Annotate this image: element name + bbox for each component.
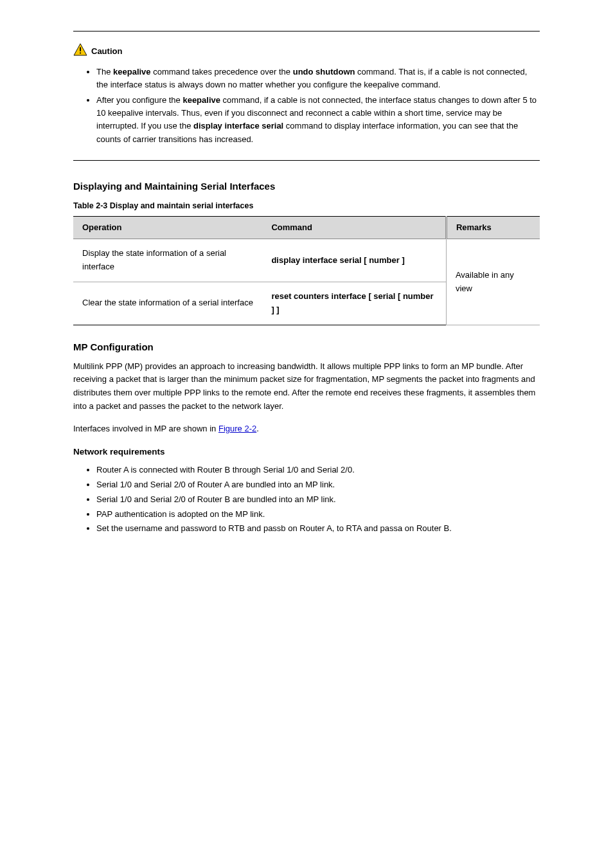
section-title-mp: MP Configuration	[73, 339, 540, 355]
cell-operation: Clear the state information of a serial …	[73, 282, 262, 325]
network-requirements-list: Router A is connected with Router B thro…	[73, 464, 540, 536]
list-item: PAP authentication is adopted on the MP …	[96, 508, 540, 521]
svg-rect-1	[80, 47, 81, 51]
table-header-row: Operation Command Remarks	[73, 216, 540, 239]
list-item: Serial 1/0 and Serial 2/0 of Router A ar…	[96, 478, 540, 492]
cell-remarks: Available in any view	[446, 239, 540, 325]
svg-rect-2	[80, 53, 81, 54]
caution-block: Caution The keepalive command takes prec…	[73, 43, 540, 146]
mp-intro-paragraph: Multilink PPP (MP) provides an approach …	[73, 360, 540, 413]
cell-operation: Display the state information of a seria…	[73, 239, 262, 282]
caution-list: The keepalive command takes precedence o…	[73, 66, 540, 146]
list-item: Serial 1/0 and Serial 2/0 of Router B ar…	[96, 493, 540, 507]
col-header-remarks: Remarks	[446, 216, 540, 239]
warning-triangle-icon	[73, 43, 87, 60]
list-item: Set the username and password to RTB and…	[96, 522, 540, 536]
caution-item: The keepalive command takes precedence o…	[96, 66, 540, 91]
col-header-command: Command	[262, 216, 446, 239]
table-row: Display the state information of a seria…	[73, 239, 540, 282]
caution-header: Caution	[73, 43, 540, 60]
cell-command: reset counters interface [ serial [ numb…	[262, 282, 446, 325]
col-header-operation: Operation	[73, 216, 262, 239]
caution-item: After you configure the keepalive comman…	[96, 94, 540, 146]
list-item: Router A is connected with Router B thro…	[96, 464, 540, 477]
subsection-network-reqs: Network requirements	[73, 445, 540, 459]
figure-link[interactable]: Figure 2-2	[218, 424, 256, 433]
table-caption: Table 2-3 Display and maintain serial in…	[73, 199, 540, 212]
cell-command: display interface serial [ number ]	[262, 239, 446, 282]
mp-figure-sentence: Interfaces involved in MP are shown in F…	[73, 422, 540, 436]
display-maintain-table: Operation Command Remarks Display the st…	[73, 216, 540, 325]
caution-label: Caution	[91, 45, 122, 59]
section-title-display: Displaying and Maintaining Serial Interf…	[73, 179, 540, 194]
section-divider	[73, 160, 540, 161]
top-horizontal-rule	[73, 31, 540, 32]
